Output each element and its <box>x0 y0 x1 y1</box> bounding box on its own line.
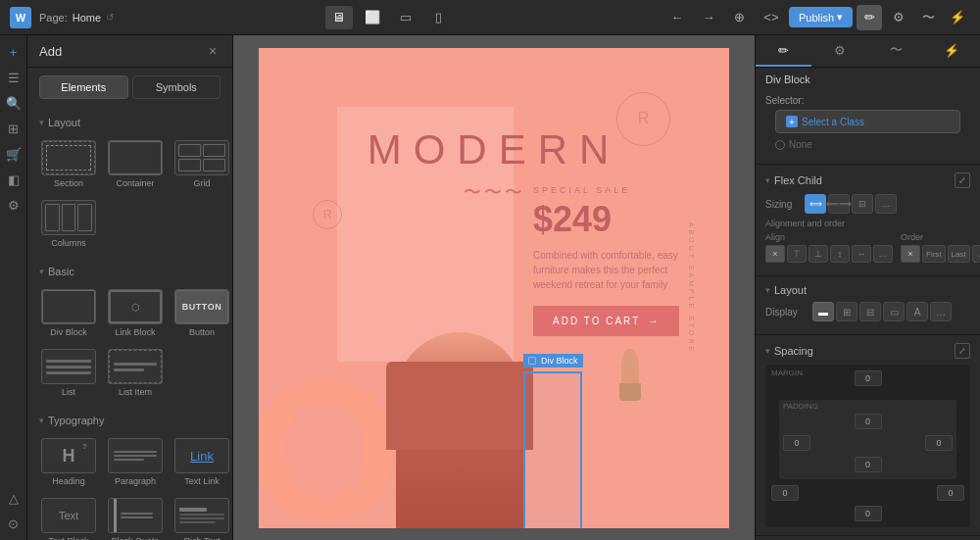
right-panel-tabs: ✏ ⚙ 〜 ⚡ <box>756 35 980 68</box>
list-element[interactable]: List <box>37 345 100 401</box>
heading-element[interactable]: H? Heading <box>37 434 100 490</box>
select-class-btn[interactable]: + Select a Class <box>775 110 960 133</box>
order-first-btn[interactable]: First <box>922 245 946 263</box>
order-last-btn[interactable]: Last <box>948 245 970 263</box>
custom-code-tab[interactable]: ⚡ <box>924 35 980 67</box>
app-logo[interactable]: W <box>10 7 31 28</box>
tablet-view-btn[interactable]: ▭ <box>392 6 419 29</box>
add-to-cart-btn[interactable]: ADD TO CART → <box>533 306 679 336</box>
text-block-icon: Text <box>41 498 96 533</box>
flex-child-section: ▾ Flex Child ⤢ Sizing ⟺ ⟸⟹ ⊟ … Alignment… <box>756 165 980 276</box>
margin-left-input[interactable]: 0 <box>771 485 799 501</box>
tablet-landscape-view-btn[interactable]: ⬜ <box>359 6 386 29</box>
add-elements-icon[interactable]: + <box>3 41 24 63</box>
plant-vase <box>619 349 641 401</box>
order-x-btn[interactable]: × <box>901 245 920 263</box>
container-element[interactable]: Container <box>104 136 167 192</box>
sizing-shrink-btn[interactable]: ⟺ <box>805 194 826 214</box>
undo-btn[interactable]: ← <box>663 6 691 29</box>
close-add-panel-btn[interactable]: × <box>205 43 220 59</box>
elements-tab[interactable]: Elements <box>39 75 128 99</box>
size-section: ▾ Size Width Auto — Height Auto Min W 0 … <box>756 536 980 540</box>
basic-section-header[interactable]: ▾ Basic <box>27 260 232 281</box>
margin-bottom-input[interactable]: 0 <box>855 506 882 521</box>
r-circle: R <box>313 200 342 229</box>
align-center-btn[interactable]: ⊥ <box>808 245 828 263</box>
list-item-element[interactable]: List Item <box>104 345 167 401</box>
link-block-element[interactable]: Link Block <box>104 285 167 341</box>
mobile-view-btn[interactable]: ▯ <box>425 6 453 29</box>
sizing-grow-btn[interactable]: ⟸⟹ <box>828 194 850 214</box>
link-block-icon <box>108 289 163 324</box>
div-block-element[interactable]: Div Block <box>37 285 100 341</box>
typography-section-header[interactable]: ▾ Typography <box>27 409 232 430</box>
element-type-row: Div Block <box>756 68 980 87</box>
margin-right-input[interactable]: 0 <box>937 485 964 501</box>
easing-btn[interactable]: 〜 <box>915 5 941 30</box>
div-block-selection[interactable]: Div Block <box>523 371 582 528</box>
code-btn[interactable]: <> <box>758 6 785 29</box>
desktop-view-btn[interactable]: 🖥 <box>325 6 353 29</box>
paragraph-element[interactable]: Paragraph <box>104 434 167 490</box>
symbols-tab[interactable]: Symbols <box>132 75 221 99</box>
order-more-btn[interactable]: … <box>972 245 980 263</box>
search-icon[interactable]: 🔍 <box>3 92 24 114</box>
padding-left-input[interactable]: 0 <box>783 435 810 451</box>
padding-bottom-input[interactable]: 0 <box>855 457 882 472</box>
style-btn[interactable]: ✏ <box>857 5 882 30</box>
align-bottom-btn[interactable]: ↕ <box>830 245 850 263</box>
ecommerce-icon[interactable]: 🛒 <box>3 143 24 165</box>
block-quote-element[interactable]: Block Quote <box>104 494 167 540</box>
layout-section-header[interactable]: ▾ Layout <box>27 111 232 132</box>
sizing-more-btn[interactable]: … <box>875 194 897 214</box>
order-group: Order × First Last … <box>901 232 980 263</box>
spacing-box: MARGIN 0 PADDING 0 0 0 0 <box>765 365 970 527</box>
selector-label: Selector: <box>765 95 970 106</box>
text-block-element[interactable]: Text Text Block <box>37 494 100 540</box>
align-more-btn[interactable]: … <box>873 245 893 263</box>
basic-elements-grid: Div Block Link Block BUTTON Button <box>27 281 232 409</box>
flex-child-expand-btn[interactable]: ⤢ <box>955 172 970 188</box>
padding-sides-row: 0 0 <box>783 432 953 454</box>
align-stretch-btn[interactable]: ↔ <box>852 245 871 263</box>
rich-text-element[interactable]: Rich Text <box>171 494 232 540</box>
display-inline-btn[interactable]: ▭ <box>883 302 905 321</box>
navigator-icon[interactable]: ☰ <box>3 67 24 88</box>
display-grid-btn[interactable]: ⊟ <box>859 302 881 321</box>
settings-panel-tab[interactable]: ⚙ <box>811 35 867 67</box>
align-top-btn[interactable]: ⊤ <box>787 245 807 263</box>
style-panel-tab[interactable]: ✏ <box>756 35 811 67</box>
settings-btn[interactable]: ⚙ <box>886 5 911 30</box>
display-flex-btn[interactable]: ⊞ <box>836 302 858 321</box>
paragraph-icon <box>108 438 163 473</box>
vase-body <box>619 383 641 401</box>
grid-element[interactable]: Grid <box>171 136 232 192</box>
settings-icon[interactable]: ⚙ <box>3 194 24 216</box>
main-layout: + ☰ 🔍 ⊞ 🛒 ◧ ⚙ △ ⊙ Add × Elements Symbols… <box>0 35 980 540</box>
publish-btn[interactable]: Publish ▾ <box>789 7 853 27</box>
cms-icon[interactable]: ⊞ <box>3 118 24 139</box>
lightning-btn[interactable]: ⚡ <box>945 5 970 30</box>
align-x-btn[interactable]: × <box>765 245 785 263</box>
right-panel: ✏ ⚙ 〜 ⚡ Div Block Selector: + Select a C… <box>755 35 980 540</box>
columns-element[interactable]: Columns <box>37 196 100 252</box>
wavy-decoration: 〜〜〜 <box>464 180 525 204</box>
display-none-btn[interactable]: A <box>906 302 928 321</box>
zoom-icon[interactable]: ⊙ <box>3 513 24 534</box>
typography-elements-grid: H? Heading Paragraph Link Text Link <box>27 430 232 540</box>
more-btn[interactable]: ⊕ <box>726 6 754 29</box>
text-link-element[interactable]: Link Text Link <box>171 434 232 490</box>
margin-top-input[interactable]: 0 <box>855 370 882 386</box>
display-block-btn[interactable]: ▬ <box>812 302 834 321</box>
section-element[interactable]: Section <box>37 136 100 192</box>
button-element[interactable]: BUTTON Button <box>171 285 232 341</box>
redo-btn[interactable]: → <box>695 6 722 29</box>
preview-icon[interactable]: △ <box>3 487 24 509</box>
interactions-panel-tab[interactable]: 〜 <box>868 35 924 67</box>
padding-right-input[interactable]: 0 <box>925 435 953 451</box>
display-more-btn[interactable]: … <box>930 302 952 321</box>
spacing-expand-btn[interactable]: ⤢ <box>955 343 970 359</box>
sizing-none-btn[interactable]: ⊟ <box>852 194 873 214</box>
padding-top-input[interactable]: 0 <box>855 414 882 429</box>
assets-icon[interactable]: ◧ <box>3 169 24 190</box>
